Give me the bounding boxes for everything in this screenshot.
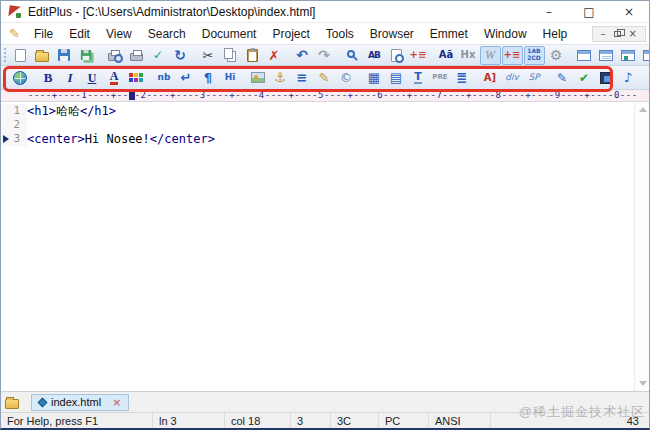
paragraph-button[interactable]: ¶ xyxy=(198,68,219,87)
split-window-button[interactable] xyxy=(574,46,595,65)
script-button[interactable]: ✎ xyxy=(552,68,573,87)
font-button[interactable]: Aā xyxy=(436,46,457,65)
print-icon xyxy=(130,53,143,61)
underline-button[interactable]: U xyxy=(82,68,103,87)
table-icon: ▦ xyxy=(368,71,380,84)
find-in-files-button[interactable] xyxy=(386,46,407,65)
menu-browser[interactable]: Browser xyxy=(362,25,422,43)
status-encoding: ANSI xyxy=(429,413,491,428)
window-list-button[interactable] xyxy=(596,46,617,65)
horizontal-rule-button[interactable]: ≡ xyxy=(292,68,313,87)
list-button[interactable]: ≣ xyxy=(452,68,473,87)
syntax-check-button[interactable]: ✔ xyxy=(574,68,595,87)
italic-icon: I xyxy=(67,71,72,84)
preferences-button[interactable]: ⚙ xyxy=(546,46,567,65)
mdi-close-button[interactable]: × xyxy=(629,29,637,39)
edit-source-button[interactable]: ✎ xyxy=(314,68,335,87)
menu-window[interactable]: Window xyxy=(476,25,535,43)
menu-document[interactable]: Document xyxy=(194,25,265,43)
cut-button[interactable]: ✂ xyxy=(198,46,219,65)
editor-area[interactable]: 1 <h1>哈哈</h1> 2 3 <center>Hi Nosee!</cen… xyxy=(1,102,649,391)
browser-preview-button[interactable] xyxy=(10,68,31,87)
menu-tools[interactable]: Tools xyxy=(318,25,362,43)
replace-button[interactable]: AB xyxy=(364,46,385,65)
reload-button[interactable]: ↻ xyxy=(170,46,191,65)
anchor-icon: ⚓ xyxy=(274,71,286,84)
code-line[interactable]: 3 <center>Hi Nosee!</center> xyxy=(1,132,634,146)
insert-table-button[interactable]: ▦ xyxy=(364,68,385,87)
gear-icon: ⚙ xyxy=(550,48,563,62)
paste-button[interactable] xyxy=(242,46,263,65)
font-color-button[interactable]: A xyxy=(104,68,125,87)
print-preview-button[interactable] xyxy=(104,46,125,65)
bold-button[interactable]: B xyxy=(38,68,59,87)
search-icon xyxy=(347,50,355,58)
form-input-button[interactable] xyxy=(646,68,650,87)
scroll-up-icon[interactable] xyxy=(639,107,647,112)
heading-button[interactable]: Hī xyxy=(220,68,241,87)
open-file-button[interactable] xyxy=(32,46,53,65)
special-char-button[interactable]: © xyxy=(336,68,357,87)
copy-button[interactable] xyxy=(220,46,241,65)
insert-image-button[interactable] xyxy=(248,68,269,87)
find-button[interactable] xyxy=(342,46,363,65)
color-picker-button[interactable] xyxy=(126,68,147,87)
sp-button[interactable]: SP xyxy=(524,68,545,87)
delete-button[interactable]: ✗ xyxy=(264,46,285,65)
textarea-button[interactable]: T xyxy=(408,68,429,87)
standard-toolbar: ✓↻✂✗↶↷AB+≡AāHxW+≡1AB 2CD⚙? xyxy=(1,45,649,66)
copy-icon xyxy=(224,48,233,59)
word-wrap-button[interactable]: W xyxy=(480,46,501,65)
italic-button[interactable]: I xyxy=(60,68,81,87)
menu-help[interactable]: Help xyxy=(535,25,576,43)
maximize-button[interactable]: □ xyxy=(569,1,609,22)
line-numbers-button[interactable]: 1AB 2CD xyxy=(524,46,545,65)
hex-view-button[interactable]: Hx xyxy=(458,46,479,65)
pencil-pad-icon: ✎ xyxy=(319,71,330,84)
code-line[interactable]: 1 <h1>哈哈</h1> xyxy=(1,104,634,118)
pre-button[interactable]: PRE xyxy=(430,68,451,87)
minimize-button[interactable]: – xyxy=(529,1,569,22)
split-window-icon xyxy=(577,50,591,61)
menu-search[interactable]: Search xyxy=(140,25,194,43)
output-window-button[interactable] xyxy=(640,46,650,65)
menu-project[interactable]: Project xyxy=(264,25,317,43)
line-number: 1 xyxy=(1,104,27,118)
print-button[interactable] xyxy=(126,46,147,65)
menu-emmet[interactable]: Emmet xyxy=(422,25,476,43)
vertical-scrollbar[interactable] xyxy=(634,102,649,391)
folder-icon[interactable] xyxy=(5,399,19,409)
check-icon: ✔ xyxy=(579,72,589,84)
undo-button[interactable]: ↶ xyxy=(292,46,313,65)
multimedia-button[interactable] xyxy=(596,68,617,87)
menu-file[interactable]: File xyxy=(26,25,61,43)
text-content: 哈哈 xyxy=(56,104,80,118)
new-file-button[interactable] xyxy=(10,46,31,65)
tab-indent-button[interactable]: +≡ xyxy=(502,46,523,65)
toggle-marker-button[interactable]: +≡ xyxy=(408,46,429,65)
sound-button[interactable]: ♪ xyxy=(618,68,639,87)
code-line[interactable]: 2 xyxy=(1,118,634,132)
save-all-button[interactable] xyxy=(76,46,97,65)
redo-button[interactable]: ↷ xyxy=(314,46,335,65)
line-break-button[interactable]: ↵ xyxy=(176,68,197,87)
mdi-minimize-button[interactable]: – xyxy=(601,29,606,39)
nonbreaking-space-button[interactable]: nb xyxy=(154,68,175,87)
spell-check-button[interactable]: ✓ xyxy=(148,46,169,65)
mdi-restore-button[interactable] xyxy=(614,31,621,37)
save-button[interactable] xyxy=(54,46,75,65)
menu-view[interactable]: View xyxy=(98,25,140,43)
close-button[interactable]: × xyxy=(609,1,649,22)
anchor-button[interactable]: ⚓ xyxy=(270,68,291,87)
span-button[interactable]: A] xyxy=(480,68,501,87)
table-row-button[interactable]: ▤ xyxy=(386,68,407,87)
tab-index-html[interactable]: index.html × xyxy=(31,394,129,411)
tab-close-icon[interactable]: × xyxy=(112,396,121,409)
code-pane[interactable]: 1 <h1>哈哈</h1> 2 3 <center>Hi Nosee!</cen… xyxy=(1,102,634,391)
cliptext-window-button[interactable] xyxy=(618,46,639,65)
copyright-icon: © xyxy=(340,72,352,84)
div-button[interactable]: div xyxy=(502,68,523,87)
scroll-down-icon[interactable] xyxy=(639,381,647,386)
menu-edit[interactable]: Edit xyxy=(61,25,98,43)
globe-icon xyxy=(13,71,27,85)
